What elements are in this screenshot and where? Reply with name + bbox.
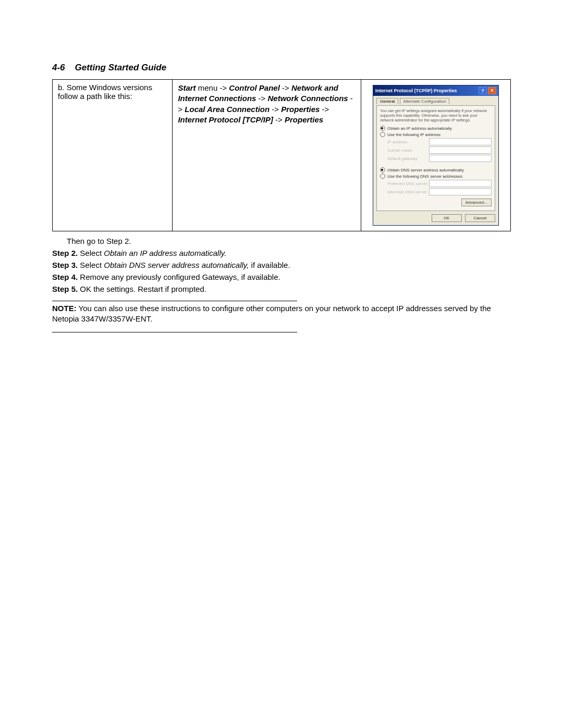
gateway-input[interactable] (429, 155, 492, 162)
instruction-table: b. Some Windows versions follow a path l… (52, 79, 511, 231)
step-2: Step 2. Select Obtain an IP address auto… (52, 249, 511, 257)
path-control-panel: Control Panel (229, 83, 280, 92)
step-label: Step 2. (52, 249, 78, 257)
step-text: Select (78, 261, 104, 269)
ip-input[interactable] (429, 138, 492, 145)
path-properties-2: Properties (285, 115, 323, 124)
dialog-titlebar: Internet Protocol (TCP/IP) Properties ? … (373, 85, 498, 96)
step-label: Step 5. (52, 285, 78, 293)
note-body: You can also use these instructions to c… (52, 304, 491, 323)
radio-label: Use the following DNS server addresses: (387, 174, 463, 179)
tab-alternate[interactable]: Alternate Configuration (400, 98, 450, 104)
step-label: Step 3. (52, 261, 78, 269)
page-header: 4-6 Getting Started Guide (52, 63, 511, 73)
radio-icon (380, 174, 385, 179)
path-sep: menu -> (196, 83, 229, 92)
note-rule-bottom (52, 332, 297, 332)
page-number: 4-6 (52, 63, 65, 72)
field-subnet: Subnet mask: (387, 146, 492, 154)
step-italic: Obtain DNS server address automatically, (104, 261, 249, 269)
tcpip-dialog: Internet Protocol (TCP/IP) Properties ? … (373, 85, 499, 226)
path-lan: Local Area Connection (185, 105, 270, 114)
path-properties-1: Properties (281, 105, 320, 114)
step-text: Remove any previously configured Gateway… (78, 273, 280, 281)
path-sep: -> (273, 115, 285, 124)
radio-label: Use the following IP address: (387, 132, 441, 137)
dialog-description: You can get IP settings assigned automat… (380, 108, 492, 122)
step-text: if available. (249, 261, 290, 269)
radio-label: Obtain DNS server address automatically (387, 168, 464, 172)
note-rule-top (52, 301, 297, 301)
field-gateway: Default gateway: (387, 155, 492, 162)
field-label: Alternate DNS server: (387, 190, 429, 194)
table-cell-left: b. Some Windows versions follow a path l… (53, 80, 173, 231)
step-3: Step 3. Select Obtain DNS server address… (52, 261, 511, 269)
step-italic: Obtain an IP address automatically. (104, 249, 226, 257)
dns1-input[interactable] (429, 180, 492, 187)
field-ip: IP address: (387, 138, 492, 145)
field-label: Default gateway: (387, 156, 429, 161)
ok-button[interactable]: OK (432, 214, 462, 222)
field-label: Preferred DNS server: (387, 181, 429, 186)
subnet-input[interactable] (429, 146, 492, 154)
page-title: Getting Started Guide (75, 63, 167, 72)
step-text: OK the settings. Restart if prompted. (78, 285, 206, 293)
path-sep: -> (270, 105, 281, 114)
dns2-input[interactable] (429, 188, 492, 195)
dialog-tabs: General Alternate Configuration (376, 98, 495, 104)
field-dns1: Preferred DNS server: (387, 180, 492, 187)
dialog-button-row: OK Cancel (376, 214, 495, 222)
radio-icon (380, 132, 385, 137)
radio-icon (380, 126, 385, 131)
path-net-conn: Network Connections (268, 94, 348, 103)
radio-label: Obtain an IP address automatically (387, 126, 452, 131)
dialog-title: Internet Protocol (TCP/IP) Properties (375, 88, 478, 93)
field-dns2: Alternate DNS server: (387, 188, 492, 195)
note-block: NOTE: You can also use these instruction… (52, 303, 511, 325)
tab-general[interactable]: General (376, 98, 398, 104)
path-start: Start (178, 83, 195, 92)
dialog-body: General Alternate Configuration You can … (373, 96, 498, 225)
radio-icon (380, 167, 385, 172)
step-5: Step 5. OK the settings. Restart if prom… (52, 285, 511, 293)
table-cell-right: Internet Protocol (TCP/IP) Properties ? … (361, 80, 510, 231)
table-cell-middle: Start menu -> Control Panel -> Network a… (173, 80, 361, 231)
step-text: Select (78, 249, 104, 257)
radio-row-dns-manual[interactable]: Use the following DNS server addresses: (380, 174, 492, 179)
cancel-button[interactable]: Cancel (465, 214, 495, 222)
path-sep: -> (256, 94, 267, 103)
radio-row-ip-auto[interactable]: Obtain an IP address automatically (380, 126, 492, 131)
page-header-sep (67, 63, 72, 72)
field-label: Subnet mask: (387, 148, 429, 153)
field-label: IP address: (387, 140, 429, 144)
advanced-row: Advanced... (380, 199, 492, 206)
path-tcpip: Internet Protocol [TCP/IP] (178, 115, 273, 124)
navigation-path: Start menu -> Control Panel -> Network a… (178, 83, 355, 125)
path-sep: -> (280, 83, 291, 92)
step-label: Step 4. (52, 273, 78, 281)
close-icon[interactable]: X (488, 87, 496, 94)
step-4: Step 4. Remove any previously configured… (52, 273, 511, 281)
radio-row-ip-manual[interactable]: Use the following IP address: (380, 132, 492, 137)
document-page: 4-6 Getting Started Guide b. Some Window… (0, 0, 563, 728)
note-label: NOTE: (52, 304, 77, 313)
advanced-button[interactable]: Advanced... (461, 199, 492, 206)
radio-row-dns-auto[interactable]: Obtain DNS server address automatically (380, 167, 492, 172)
path-sep: -> (320, 105, 329, 114)
then-go-to-step2: Then go to Step 2. (67, 237, 511, 245)
help-icon[interactable]: ? (479, 87, 487, 94)
dialog-panel: You can get IP settings assigned automat… (376, 105, 495, 211)
